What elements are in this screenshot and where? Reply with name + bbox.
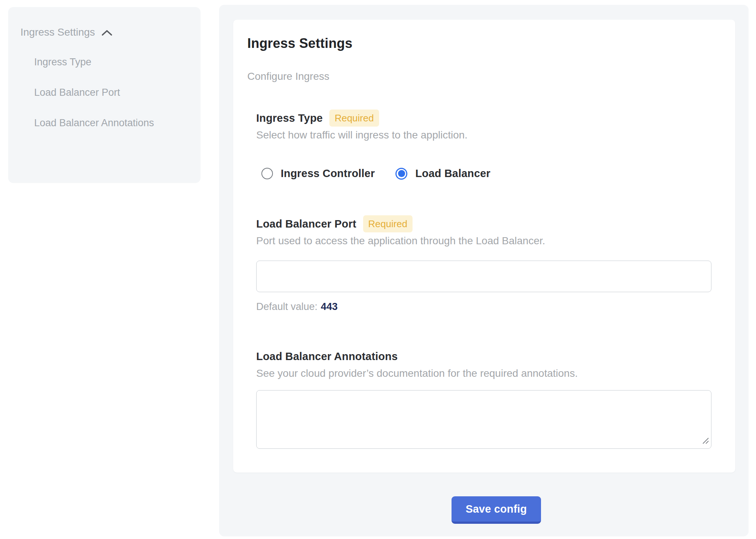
ingress-type-label: Ingress Type [256, 110, 323, 127]
load-balancer-port-section: Load Balancer Port Required Port used to… [256, 215, 721, 313]
radio-label-load-balancer: Load Balancer [415, 167, 490, 180]
required-badge: Required [363, 215, 413, 232]
ingress-type-section: Ingress Type Required Select how traffic… [256, 110, 721, 180]
load-balancer-port-description: Port used to access the application thro… [256, 235, 721, 247]
chevron-up-icon [101, 29, 113, 37]
ingress-type-description: Select how traffic will ingress to the a… [256, 129, 721, 141]
page-title: Ingress Settings [247, 35, 721, 52]
radio-load-balancer[interactable] [395, 168, 407, 180]
radio-option-load-balancer[interactable]: Load Balancer [395, 167, 490, 180]
load-balancer-annotations-textarea[interactable] [256, 390, 711, 449]
sidebar-group-ingress-settings[interactable]: Ingress Settings [20, 24, 189, 40]
settings-sidebar: Ingress Settings Ingress Type Load Balan… [8, 7, 201, 183]
default-value-label: Default value: [256, 300, 317, 313]
ingress-type-radio-group: Ingress Controller Load Balancer [256, 167, 721, 180]
sidebar-item-ingress-type[interactable]: Ingress Type [34, 52, 189, 73]
page-subtitle: Configure Ingress [247, 70, 721, 83]
ingress-settings-panel: Ingress Settings Configure Ingress Ingre… [219, 5, 749, 536]
form-sections: Ingress Type Required Select how traffic… [256, 110, 721, 449]
radio-ingress-controller[interactable] [261, 168, 273, 179]
radio-option-ingress-controller[interactable]: Ingress Controller [261, 167, 375, 180]
sidebar-group-label: Ingress Settings [20, 24, 95, 40]
load-balancer-annotations-description: See your cloud provider’s documentation … [256, 367, 721, 380]
load-balancer-annotations-label: Load Balancer Annotations [256, 348, 398, 365]
sidebar-item-list: Ingress Type Load Balancer Port Load Bal… [20, 52, 189, 134]
ingress-settings-card: Ingress Settings Configure Ingress Ingre… [233, 20, 735, 473]
sidebar-item-load-balancer-annotations[interactable]: Load Balancer Annotations [34, 112, 189, 134]
default-value: 443 [321, 300, 338, 313]
load-balancer-annotations-section: Load Balancer Annotations See your cloud… [256, 348, 721, 449]
sidebar-item-load-balancer-port[interactable]: Load Balancer Port [34, 82, 189, 103]
save-config-button[interactable]: Save config [452, 496, 541, 524]
required-badge: Required [329, 110, 379, 127]
load-balancer-port-label: Load Balancer Port [256, 215, 356, 232]
load-balancer-port-input[interactable] [256, 261, 711, 292]
radio-label-ingress-controller: Ingress Controller [281, 167, 375, 180]
default-value-row: Default value: 443 [256, 300, 721, 313]
